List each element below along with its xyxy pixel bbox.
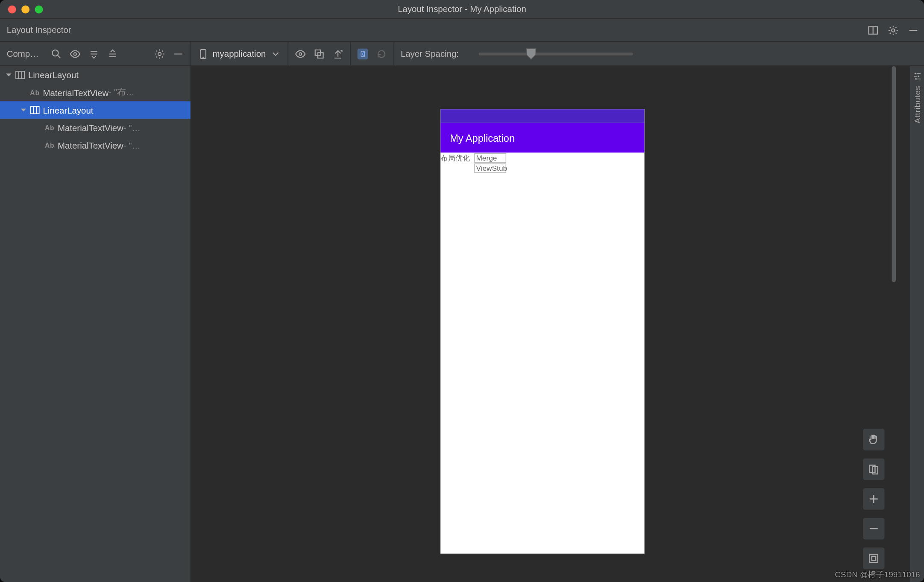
component-tree[interactable]: LinearLayoutAbMaterialTextView - "布…Line… bbox=[0, 66, 191, 582]
canvas-float-buttons bbox=[862, 428, 885, 570]
mode-3d-button[interactable] bbox=[862, 458, 885, 481]
refresh-icon[interactable] bbox=[376, 48, 387, 59]
tree-node[interactable]: AbMaterialTextView - "布… bbox=[0, 84, 191, 101]
tree-node[interactable]: LinearLayout bbox=[0, 101, 191, 119]
gear-icon[interactable] bbox=[888, 25, 898, 35]
content-text-3: ViewStub bbox=[474, 164, 506, 173]
layout-inspector-window: Layout Inspector - My Application Layout… bbox=[0, 0, 924, 582]
device-frame: My Application 布局优化 Merge ViewStub bbox=[440, 109, 644, 553]
tree-node-suffix: - "布… bbox=[109, 86, 135, 98]
scrollbar-thumb[interactable] bbox=[892, 66, 896, 282]
zoom-in-button[interactable] bbox=[862, 488, 885, 511]
minimize-window-button[interactable] bbox=[21, 5, 29, 13]
svg-rect-19 bbox=[16, 71, 24, 79]
watermark: CSDN @橙子19911016 bbox=[835, 569, 920, 581]
svg-point-2 bbox=[892, 29, 895, 32]
slider-thumb[interactable] bbox=[526, 47, 537, 59]
svg-point-4 bbox=[52, 50, 58, 56]
hide-panel-icon[interactable] bbox=[908, 25, 918, 35]
collapse-all-icon[interactable] bbox=[107, 48, 118, 59]
gear-icon[interactable] bbox=[154, 48, 165, 59]
svg-point-11 bbox=[158, 52, 161, 55]
device-icon bbox=[198, 48, 208, 59]
textview-icon: Ab bbox=[29, 88, 40, 97]
layer-spacing-slider[interactable] bbox=[479, 53, 633, 55]
tree-node-name: LinearLayout bbox=[43, 105, 93, 115]
traffic-lights bbox=[0, 5, 43, 13]
live-updates-button[interactable] bbox=[357, 48, 368, 59]
export-icon[interactable] bbox=[332, 48, 343, 59]
layout-icon bbox=[29, 105, 40, 115]
tool-window-title: Layout Inspector bbox=[6, 25, 71, 35]
tree-node-name: MaterialTextView bbox=[58, 140, 123, 150]
svg-point-34 bbox=[918, 76, 919, 77]
status-bar bbox=[440, 109, 644, 123]
show-inspection-icon[interactable] bbox=[295, 48, 305, 59]
tree-node-name: MaterialTextView bbox=[43, 88, 109, 98]
device-label: myapplication bbox=[213, 49, 266, 59]
chevron-down-icon[interactable] bbox=[19, 105, 28, 115]
pan-button[interactable] bbox=[862, 428, 885, 451]
tree-spacer bbox=[33, 140, 43, 150]
svg-rect-31 bbox=[872, 556, 876, 560]
svg-point-15 bbox=[299, 53, 301, 55]
window-split-icon[interactable] bbox=[868, 25, 878, 35]
close-window-button[interactable] bbox=[8, 5, 16, 13]
svg-point-6 bbox=[74, 53, 76, 55]
layout-icon bbox=[15, 70, 26, 79]
content-text-1: 布局优化 bbox=[440, 153, 470, 164]
tree-node[interactable]: LinearLayout bbox=[0, 66, 191, 84]
window-title: Layout Inspector - My Application bbox=[0, 4, 924, 14]
tree-node-suffix: - "… bbox=[123, 140, 141, 150]
chevron-down-icon bbox=[270, 48, 281, 59]
zoom-fit-button[interactable] bbox=[862, 547, 885, 570]
main-toolbar: Compo… myapplication Layer bbox=[0, 42, 924, 66]
tree-node-suffix: - "… bbox=[123, 123, 141, 133]
svg-line-5 bbox=[58, 55, 60, 58]
search-icon[interactable] bbox=[51, 48, 62, 59]
expand-all-icon[interactable] bbox=[88, 48, 99, 59]
device-selector[interactable]: myapplication bbox=[198, 48, 281, 59]
svg-rect-30 bbox=[870, 554, 878, 562]
filter-visibility-icon[interactable] bbox=[70, 48, 80, 59]
attributes-tab-label: Attributes bbox=[912, 86, 922, 123]
textview-icon: Ab bbox=[44, 123, 55, 132]
canvas-scrollbar[interactable] bbox=[892, 66, 898, 582]
attributes-tab[interactable]: Attributes bbox=[909, 66, 924, 582]
svg-point-32 bbox=[914, 73, 916, 74]
sliders-icon bbox=[913, 72, 921, 82]
tree-spacer bbox=[19, 88, 28, 97]
zoom-out-button[interactable] bbox=[862, 517, 885, 540]
app-bar: My Application bbox=[440, 123, 644, 153]
textview-icon: Ab bbox=[44, 140, 55, 150]
app-title: My Application bbox=[450, 132, 515, 143]
svg-point-36 bbox=[915, 78, 916, 79]
titlebar: Layout Inspector - My Application bbox=[0, 0, 924, 19]
zoom-window-button[interactable] bbox=[35, 5, 43, 13]
svg-rect-18 bbox=[361, 51, 364, 56]
content-text-2: Merge bbox=[474, 153, 506, 163]
tree-node-name: LinearLayout bbox=[28, 70, 79, 80]
tree-node[interactable]: AbMaterialTextView - "… bbox=[0, 136, 191, 154]
hide-tree-icon[interactable] bbox=[173, 48, 184, 59]
tool-window-header: Layout Inspector bbox=[0, 19, 924, 42]
svg-rect-22 bbox=[30, 106, 39, 114]
layout-canvas[interactable]: My Application 布局优化 Merge ViewStub bbox=[191, 66, 909, 582]
chevron-down-icon[interactable] bbox=[4, 70, 13, 79]
overlay-icon[interactable] bbox=[314, 48, 324, 59]
tree-panel-title: Compo… bbox=[7, 49, 43, 59]
tree-spacer bbox=[33, 123, 43, 132]
tree-node[interactable]: AbMaterialTextView - "… bbox=[0, 119, 191, 136]
layer-spacing-label: Layer Spacing: bbox=[401, 49, 459, 59]
tree-node-name: MaterialTextView bbox=[58, 123, 123, 133]
